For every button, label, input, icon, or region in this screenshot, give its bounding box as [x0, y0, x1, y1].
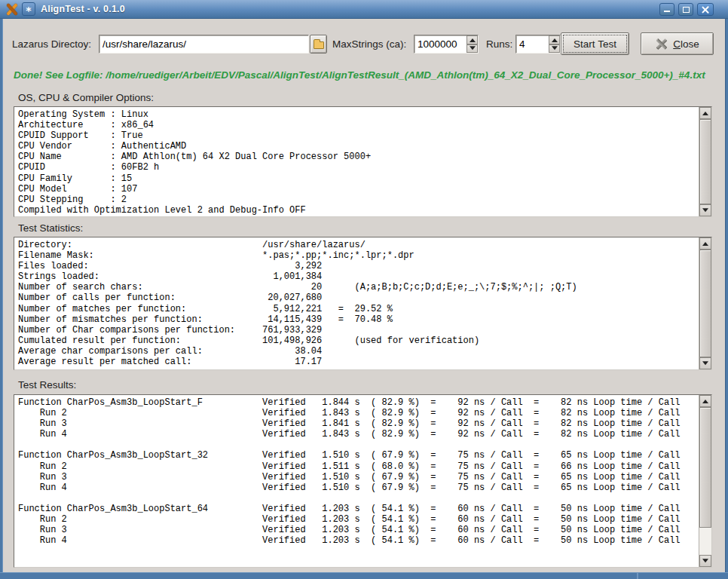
browse-directory-button[interactable] — [310, 35, 327, 54]
close-window-button[interactable] — [697, 3, 714, 16]
minimize-icon — [664, 11, 670, 12]
scrollbar-thumb[interactable] — [699, 119, 711, 204]
close-button-label: Close — [673, 38, 699, 50]
status-message: Done! See Logfile: /home/ruediger/Arbeit… — [14, 69, 717, 81]
scroll-down-icon[interactable] — [699, 357, 711, 369]
start-test-button[interactable]: Start Test — [561, 32, 629, 55]
close-icon — [701, 5, 710, 14]
test-results-text: Function CharPos_Asm3b_LoopStart_F Verif… — [14, 395, 699, 567]
scroll-up-icon[interactable] — [699, 237, 711, 250]
maximize-button[interactable] — [678, 3, 693, 16]
scrollbar-thumb[interactable] — [699, 407, 711, 528]
app-icon — [5, 3, 18, 16]
minimize-button[interactable] — [659, 3, 674, 16]
scroll-down-icon[interactable] — [699, 204, 711, 216]
window-title: AlignTest - v. 0.1.0 — [41, 4, 125, 14]
maximize-icon — [683, 7, 690, 13]
stats-section-label: Test Statistics: — [18, 222, 83, 234]
stats-memo-scrollbar[interactable] — [699, 237, 711, 369]
runs-label: Runs: — [486, 38, 512, 50]
scroll-up-icon[interactable] — [699, 107, 711, 119]
spin-up-icon[interactable] — [466, 35, 478, 44]
os-section-label: OS, CPU & Compiler Options: — [18, 92, 154, 103]
os-info-memo[interactable]: Operating System : Linux Architecture : … — [14, 106, 712, 217]
window-border-right — [725, 19, 728, 579]
spin-down-icon[interactable] — [549, 44, 560, 54]
os-memo-scrollbar[interactable] — [699, 107, 711, 216]
scroll-up-icon[interactable] — [699, 395, 711, 407]
titlebar[interactable]: * AlignTest - v. 0.1.0 — [0, 0, 728, 19]
maxstrings-label: MaxStrings (ca): — [332, 38, 406, 50]
test-results-memo[interactable]: Function CharPos_Asm3b_LoopStart_F Verif… — [14, 394, 712, 568]
window-border-bottom — [0, 572, 728, 579]
results-section-label: Test Results: — [18, 379, 76, 391]
results-memo-scrollbar[interactable] — [699, 395, 711, 567]
lazarus-directory-input[interactable] — [99, 35, 309, 54]
lazarus-directory-label: Lazarus Directoy: — [12, 38, 91, 50]
spin-down-icon[interactable] — [466, 44, 478, 54]
folder-icon — [314, 41, 324, 49]
window-border-left — [0, 19, 3, 579]
window-menu-button[interactable]: * — [22, 2, 35, 16]
spin-up-icon[interactable] — [549, 35, 560, 44]
resize-grip[interactable] — [637, 573, 638, 579]
scroll-down-icon[interactable] — [699, 555, 711, 567]
maxstrings-spinedit[interactable] — [414, 35, 479, 54]
os-info-text: Operating System : Linux Architecture : … — [14, 107, 699, 216]
close-button[interactable]: Close — [641, 32, 714, 55]
test-statistics-text: Directory: /usr/share/lazarus/ Filename … — [14, 237, 699, 369]
scrollbar-thumb[interactable] — [699, 250, 711, 357]
test-statistics-memo[interactable]: Directory: /usr/share/lazarus/ Filename … — [14, 237, 712, 370]
close-x-icon — [655, 38, 668, 51]
runs-spinedit[interactable] — [515, 35, 561, 54]
